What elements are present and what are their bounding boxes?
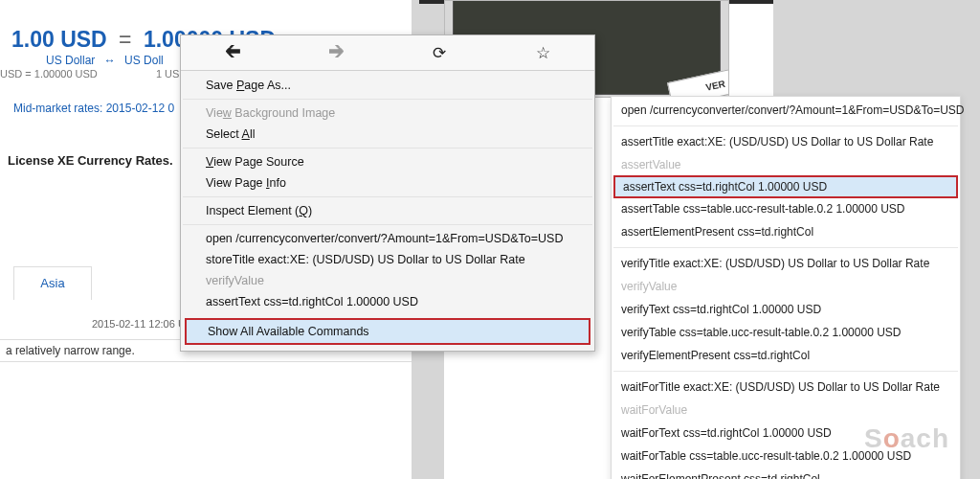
commands-panel: open /currencyconverter/convert/?Amount=… — [611, 96, 961, 479]
context-menu-item[interactable]: open /currencyconverter/convert/?Amount=… — [181, 228, 594, 249]
command-item[interactable]: verifyElementPresent css=td.rightCol — [612, 344, 960, 367]
context-menu-item[interactable]: Select All — [181, 124, 594, 145]
command-item[interactable]: open /currencyconverter/convert/?Amount=… — [612, 99, 960, 122]
context-menu-item[interactable]: Inspect Element (Q) — [181, 200, 594, 221]
license-text: License XE Currency Rates. — [8, 153, 173, 168]
rate-sub-to: US Doll — [124, 54, 164, 67]
separator — [613, 125, 958, 126]
separator — [183, 196, 592, 197]
command-item[interactable]: assertTitle exact:XE: (USD/USD) US Dolla… — [612, 130, 960, 153]
separator — [183, 148, 592, 148]
forward-icon[interactable]: 🡲 — [284, 43, 388, 62]
tab-asia[interactable]: Asia — [13, 266, 92, 300]
rate-subline: US Dollar ↔ US Doll — [46, 54, 164, 67]
separator — [613, 247, 958, 248]
context-menu-items: Save Page As...View Background ImageSele… — [181, 71, 594, 316]
separator — [613, 371, 958, 372]
context-menu: 🡰 🡲 ⟳ ☆ Save Page As...View Background I… — [180, 34, 595, 352]
mid-market-link[interactable]: Mid-market rates: 2015-02-12 0 — [13, 102, 174, 115]
rate-from-amount: 1.00 — [11, 27, 55, 52]
rate-sub-from: US Dollar — [46, 54, 95, 67]
command-item[interactable]: assertText css=td.rightCol 1.00000 USD — [613, 175, 958, 198]
context-menu-item: verifyValue — [181, 270, 594, 291]
commands-list: open /currencyconverter/convert/?Amount=… — [612, 97, 960, 479]
show-all-commands[interactable]: Show All Available Commands — [185, 318, 590, 345]
context-menu-item[interactable]: View Page Info — [181, 172, 594, 194]
command-item[interactable]: waitForText css=td.rightCol 1.00000 USD — [612, 422, 960, 445]
context-menu-item[interactable]: View Page Source — [181, 151, 594, 172]
command-item[interactable]: assertElementPresent css=td.rightCol — [612, 220, 960, 243]
rate-from-cur: USD — [60, 27, 107, 52]
command-item[interactable]: assertTable css=table.ucc-result-table.0… — [612, 197, 960, 220]
context-menu-item: View Background Image — [181, 103, 594, 124]
context-menu-item[interactable]: assertText css=td.rightCol 1.00000 USD — [181, 291, 594, 312]
context-toolbar: 🡰 🡲 ⟳ ☆ — [181, 35, 594, 71]
small-rate-left: USD = 1.00000 USD — [0, 68, 98, 80]
command-item: assertValue — [612, 153, 960, 176]
command-item: verifyValue — [612, 275, 960, 298]
reload-icon[interactable]: ⟳ — [388, 43, 491, 63]
page-timestamp: 2015-02-11 12:06 U — [92, 318, 186, 330]
command-item[interactable]: verifyText css=td.rightCol 1.00000 USD — [612, 298, 960, 321]
command-item[interactable]: verifyTitle exact:XE: (USD/USD) US Dolla… — [612, 252, 960, 275]
context-menu-item[interactable]: storeTitle exact:XE: (USD/USD) US Dollar… — [181, 249, 594, 270]
swap-icon[interactable]: ↔ — [99, 54, 122, 67]
bookmark-icon[interactable]: ☆ — [491, 43, 594, 63]
command-item[interactable]: waitForTitle exact:XE: (USD/USD) US Doll… — [612, 376, 960, 399]
separator — [183, 99, 592, 100]
small-rate: USD = 1.00000 USD 1 USD = — [0, 68, 196, 80]
command-item[interactable]: waitForElementPresent css=td.rightCol — [612, 468, 960, 479]
command-item: waitForValue — [612, 399, 960, 422]
command-item[interactable]: verifyTable css=table.ucc-result-table.0… — [612, 321, 960, 344]
command-item[interactable]: waitForTable css=table.ucc-result-table.… — [612, 445, 960, 468]
back-icon[interactable]: 🡰 — [181, 43, 284, 62]
equals-sign: = — [113, 27, 137, 52]
separator — [183, 224, 592, 225]
context-menu-item[interactable]: Save Page As... — [181, 75, 594, 96]
